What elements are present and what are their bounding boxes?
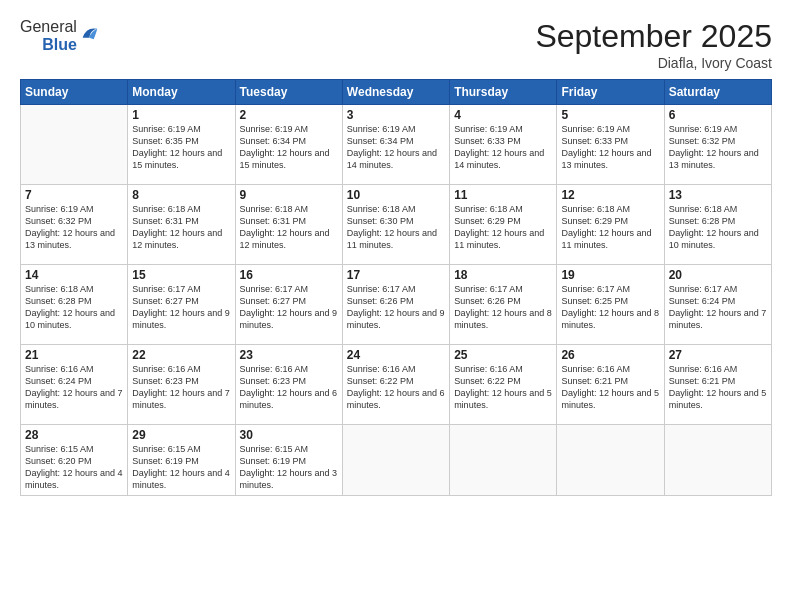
day-number: 26 [561,348,659,362]
calendar-cell: 18Sunrise: 6:17 AM Sunset: 6:26 PM Dayli… [450,265,557,345]
calendar-cell [664,425,771,496]
day-number: 4 [454,108,552,122]
calendar-cell: 6Sunrise: 6:19 AM Sunset: 6:32 PM Daylig… [664,105,771,185]
day-info: Sunrise: 6:17 AM Sunset: 6:26 PM Dayligh… [347,283,445,332]
calendar-cell: 23Sunrise: 6:16 AM Sunset: 6:23 PM Dayli… [235,345,342,425]
day-info: Sunrise: 6:17 AM Sunset: 6:25 PM Dayligh… [561,283,659,332]
day-number: 5 [561,108,659,122]
day-number: 3 [347,108,445,122]
day-info: Sunrise: 6:19 AM Sunset: 6:35 PM Dayligh… [132,123,230,172]
day-info: Sunrise: 6:16 AM Sunset: 6:21 PM Dayligh… [669,363,767,412]
calendar-header-row: SundayMondayTuesdayWednesdayThursdayFrid… [21,80,772,105]
day-info: Sunrise: 6:18 AM Sunset: 6:31 PM Dayligh… [240,203,338,252]
day-number: 16 [240,268,338,282]
day-info: Sunrise: 6:17 AM Sunset: 6:26 PM Dayligh… [454,283,552,332]
calendar-cell: 10Sunrise: 6:18 AM Sunset: 6:30 PM Dayli… [342,185,449,265]
weekday-header-saturday: Saturday [664,80,771,105]
day-number: 2 [240,108,338,122]
day-number: 15 [132,268,230,282]
page: General Blue September 2025 Diafla, Ivor… [0,0,792,612]
day-number: 18 [454,268,552,282]
calendar-cell: 4Sunrise: 6:19 AM Sunset: 6:33 PM Daylig… [450,105,557,185]
day-number: 1 [132,108,230,122]
day-info: Sunrise: 6:18 AM Sunset: 6:29 PM Dayligh… [454,203,552,252]
calendar-cell [342,425,449,496]
logo-blue-text: Blue [42,36,77,54]
calendar-cell: 24Sunrise: 6:16 AM Sunset: 6:22 PM Dayli… [342,345,449,425]
day-number: 7 [25,188,123,202]
calendar-cell: 15Sunrise: 6:17 AM Sunset: 6:27 PM Dayli… [128,265,235,345]
calendar: SundayMondayTuesdayWednesdayThursdayFrid… [20,79,772,496]
calendar-cell: 2Sunrise: 6:19 AM Sunset: 6:34 PM Daylig… [235,105,342,185]
weekday-header-thursday: Thursday [450,80,557,105]
calendar-cell: 29Sunrise: 6:15 AM Sunset: 6:19 PM Dayli… [128,425,235,496]
calendar-cell: 1Sunrise: 6:19 AM Sunset: 6:35 PM Daylig… [128,105,235,185]
calendar-cell: 27Sunrise: 6:16 AM Sunset: 6:21 PM Dayli… [664,345,771,425]
day-number: 21 [25,348,123,362]
day-number: 12 [561,188,659,202]
calendar-cell [557,425,664,496]
month-title: September 2025 [535,18,772,55]
calendar-week-row: 21Sunrise: 6:16 AM Sunset: 6:24 PM Dayli… [21,345,772,425]
day-info: Sunrise: 6:19 AM Sunset: 6:33 PM Dayligh… [454,123,552,172]
calendar-cell: 22Sunrise: 6:16 AM Sunset: 6:23 PM Dayli… [128,345,235,425]
day-info: Sunrise: 6:16 AM Sunset: 6:23 PM Dayligh… [132,363,230,412]
day-info: Sunrise: 6:18 AM Sunset: 6:30 PM Dayligh… [347,203,445,252]
day-info: Sunrise: 6:16 AM Sunset: 6:23 PM Dayligh… [240,363,338,412]
day-number: 22 [132,348,230,362]
header: General Blue September 2025 Diafla, Ivor… [20,18,772,71]
day-info: Sunrise: 6:17 AM Sunset: 6:24 PM Dayligh… [669,283,767,332]
calendar-cell: 14Sunrise: 6:18 AM Sunset: 6:28 PM Dayli… [21,265,128,345]
calendar-cell: 19Sunrise: 6:17 AM Sunset: 6:25 PM Dayli… [557,265,664,345]
calendar-cell: 20Sunrise: 6:17 AM Sunset: 6:24 PM Dayli… [664,265,771,345]
calendar-cell: 28Sunrise: 6:15 AM Sunset: 6:20 PM Dayli… [21,425,128,496]
logo: General Blue [20,18,101,54]
day-info: Sunrise: 6:16 AM Sunset: 6:22 PM Dayligh… [454,363,552,412]
day-number: 24 [347,348,445,362]
day-info: Sunrise: 6:18 AM Sunset: 6:28 PM Dayligh… [669,203,767,252]
day-info: Sunrise: 6:19 AM Sunset: 6:34 PM Dayligh… [347,123,445,172]
day-info: Sunrise: 6:19 AM Sunset: 6:32 PM Dayligh… [669,123,767,172]
day-info: Sunrise: 6:17 AM Sunset: 6:27 PM Dayligh… [240,283,338,332]
calendar-cell [21,105,128,185]
day-info: Sunrise: 6:19 AM Sunset: 6:34 PM Dayligh… [240,123,338,172]
weekday-header-monday: Monday [128,80,235,105]
day-number: 9 [240,188,338,202]
logo-icon [79,23,101,45]
day-info: Sunrise: 6:18 AM Sunset: 6:31 PM Dayligh… [132,203,230,252]
weekday-header-wednesday: Wednesday [342,80,449,105]
day-info: Sunrise: 6:16 AM Sunset: 6:21 PM Dayligh… [561,363,659,412]
weekday-header-friday: Friday [557,80,664,105]
calendar-week-row: 7Sunrise: 6:19 AM Sunset: 6:32 PM Daylig… [21,185,772,265]
day-number: 11 [454,188,552,202]
calendar-cell: 3Sunrise: 6:19 AM Sunset: 6:34 PM Daylig… [342,105,449,185]
calendar-cell: 16Sunrise: 6:17 AM Sunset: 6:27 PM Dayli… [235,265,342,345]
calendar-cell: 11Sunrise: 6:18 AM Sunset: 6:29 PM Dayli… [450,185,557,265]
day-info: Sunrise: 6:17 AM Sunset: 6:27 PM Dayligh… [132,283,230,332]
day-number: 25 [454,348,552,362]
calendar-cell: 13Sunrise: 6:18 AM Sunset: 6:28 PM Dayli… [664,185,771,265]
day-info: Sunrise: 6:18 AM Sunset: 6:29 PM Dayligh… [561,203,659,252]
day-number: 27 [669,348,767,362]
day-number: 8 [132,188,230,202]
weekday-header-sunday: Sunday [21,80,128,105]
day-info: Sunrise: 6:16 AM Sunset: 6:22 PM Dayligh… [347,363,445,412]
calendar-cell: 5Sunrise: 6:19 AM Sunset: 6:33 PM Daylig… [557,105,664,185]
day-number: 10 [347,188,445,202]
day-number: 17 [347,268,445,282]
day-info: Sunrise: 6:15 AM Sunset: 6:19 PM Dayligh… [240,443,338,492]
calendar-week-row: 14Sunrise: 6:18 AM Sunset: 6:28 PM Dayli… [21,265,772,345]
day-number: 28 [25,428,123,442]
logo-general-text: General [20,18,77,36]
calendar-cell: 21Sunrise: 6:16 AM Sunset: 6:24 PM Dayli… [21,345,128,425]
calendar-cell: 12Sunrise: 6:18 AM Sunset: 6:29 PM Dayli… [557,185,664,265]
day-number: 13 [669,188,767,202]
calendar-cell: 25Sunrise: 6:16 AM Sunset: 6:22 PM Dayli… [450,345,557,425]
day-info: Sunrise: 6:16 AM Sunset: 6:24 PM Dayligh… [25,363,123,412]
day-number: 30 [240,428,338,442]
calendar-cell [450,425,557,496]
day-info: Sunrise: 6:19 AM Sunset: 6:32 PM Dayligh… [25,203,123,252]
day-info: Sunrise: 6:15 AM Sunset: 6:20 PM Dayligh… [25,443,123,492]
calendar-cell: 30Sunrise: 6:15 AM Sunset: 6:19 PM Dayli… [235,425,342,496]
location-subtitle: Diafla, Ivory Coast [535,55,772,71]
